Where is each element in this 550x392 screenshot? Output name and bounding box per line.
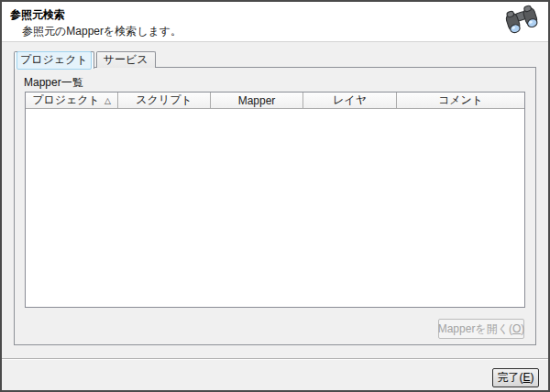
bottom-separator — [2, 358, 548, 359]
column-header-mapper[interactable]: Mapper — [211, 93, 303, 109]
column-header-project-label: プロジェクト — [32, 93, 100, 108]
column-header-comment-label: コメント — [438, 93, 483, 108]
finish-button[interactable]: 完了(E) — [492, 368, 539, 387]
sort-ascending-icon: △ — [104, 96, 111, 105]
mapper-list-table: プロジェクト △ スクリプト Mapper レイヤ コメント — [25, 92, 525, 308]
tab-service[interactable]: サービス — [96, 51, 156, 68]
binoculars-icon — [504, 5, 539, 36]
reference-search-dialog: 参照元検索 参照元のMapperを検索します。 プロジェクト — [0, 0, 550, 392]
dialog-title: 参照元検索 — [10, 7, 65, 23]
dialog-header: 参照元検索 参照元のMapperを検索します。 — [2, 2, 548, 42]
column-header-comment[interactable]: コメント — [397, 93, 524, 109]
column-header-layer-label: レイヤ — [333, 93, 367, 108]
column-header-mapper-label: Mapper — [238, 94, 276, 107]
table-header-row: プロジェクト △ スクリプト Mapper レイヤ コメント — [26, 93, 524, 109]
table-empty-body[interactable] — [26, 109, 524, 308]
column-header-script[interactable]: スクリプト — [118, 93, 211, 109]
dialog-subtitle: 参照元のMapperを検索します。 — [22, 24, 182, 39]
tab-strip: プロジェクト サービス — [14, 51, 158, 68]
tab-service-label: サービス — [101, 52, 151, 69]
finish-button-label: 完了(E) — [497, 370, 534, 386]
tab-project-label: プロジェクト — [16, 51, 92, 70]
project-tab-panel: Mapper一覧 プロジェクト △ スクリプト Mapper レイヤ コメント — [14, 67, 536, 345]
column-header-script-label: スクリプト — [136, 93, 192, 108]
mapper-list-label: Mapper一覧 — [24, 75, 83, 91]
column-header-project[interactable]: プロジェクト △ — [26, 93, 118, 109]
open-mapper-button-label: Mapperを開く(O) — [438, 321, 525, 337]
column-header-layer[interactable]: レイヤ — [303, 93, 397, 109]
tab-project[interactable]: プロジェクト — [14, 51, 94, 69]
open-mapper-button[interactable]: Mapperを開く(O) — [438, 319, 524, 339]
